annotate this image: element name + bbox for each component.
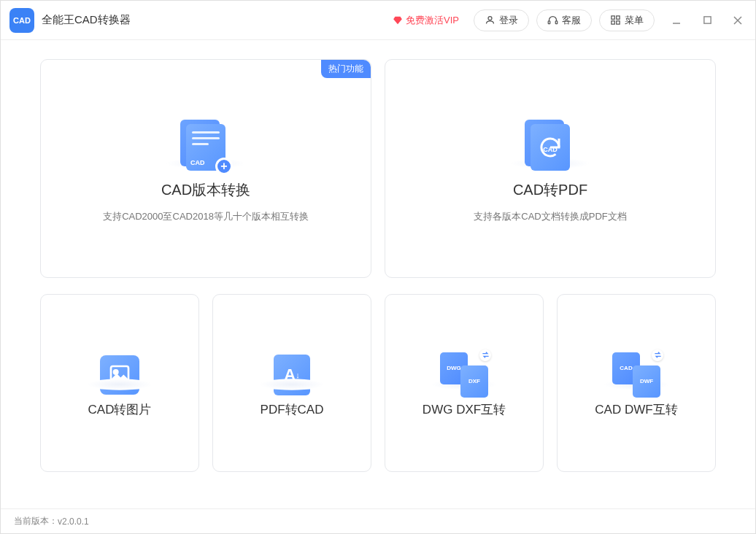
svg-rect-3: [612, 16, 614, 19]
top-row: 热门功能 CAD + CAD版本转换 支持CAD2000至CAD2018等几十个…: [40, 59, 716, 278]
close-button[interactable]: [729, 12, 747, 29]
svg-rect-2: [555, 21, 558, 24]
card-title: CAD转PDF: [513, 180, 587, 200]
diamond-icon: [393, 15, 403, 26]
app-window: CAD 全能王CAD转换器 免费激活VIP 登录 客服 菜单: [0, 0, 756, 534]
svg-point-0: [488, 17, 492, 20]
svg-rect-6: [617, 21, 620, 24]
cad-version-icon: CAD +: [169, 115, 242, 180]
support-label: 客服: [562, 14, 581, 27]
statusbar: 当前版本： v2.0.0.1: [1, 508, 755, 533]
card-title: CAD版本转换: [161, 180, 250, 200]
window-controls: [668, 12, 747, 29]
cad-dwf-icon: CAD DWF: [607, 349, 666, 401]
headset-icon: [547, 15, 558, 26]
card-title: PDF转CAD: [261, 401, 324, 418]
close-icon: [733, 15, 743, 26]
app-logo-icon: CAD: [9, 8, 34, 33]
activate-vip-link[interactable]: 免费激活VIP: [393, 14, 459, 27]
svg-rect-8: [703, 17, 710, 23]
main-content: 热门功能 CAD + CAD版本转换 支持CAD2000至CAD2018等几十个…: [1, 40, 755, 508]
login-label: 登录: [499, 14, 518, 27]
maximize-icon: [703, 15, 712, 25]
version-label: 当前版本：: [14, 515, 58, 527]
maximize-button[interactable]: [698, 12, 716, 29]
vip-label: 免费激活VIP: [406, 14, 459, 27]
user-icon: [485, 15, 495, 26]
bottom-row: CAD转图片 A↓ PDF转CAD DWG DXF D: [40, 294, 716, 472]
version-value: v2.0.0.1: [58, 516, 89, 527]
titlebar: CAD 全能王CAD转换器 免费激活VIP 登录 客服 菜单: [1, 1, 755, 40]
card-desc: 支持各版本CAD文档转换成PDF文档: [474, 210, 626, 223]
card-title: CAD转图片: [88, 401, 152, 418]
minimize-icon: [671, 15, 682, 26]
dwg-dxf-icon: DWG DXF: [435, 349, 493, 401]
card-cad-dwf-swap[interactable]: CAD DWF CAD DWF互转: [557, 294, 716, 472]
card-desc: 支持CAD2000至CAD2018等几十个版本相互转换: [103, 210, 309, 223]
cad-pdf-icon: CAD: [514, 115, 587, 180]
hot-badge: 热门功能: [321, 60, 371, 78]
login-button[interactable]: 登录: [474, 9, 529, 31]
menu-label: 菜单: [625, 14, 644, 27]
svg-rect-1: [548, 21, 550, 24]
card-cad-to-pdf[interactable]: CAD CAD转PDF 支持各版本CAD文档转换成PDF文档: [385, 59, 716, 278]
card-pdf-to-cad[interactable]: A↓ PDF转CAD: [212, 294, 371, 472]
support-button[interactable]: 客服: [536, 9, 592, 31]
menu-button[interactable]: 菜单: [599, 9, 655, 31]
card-dwg-dxf-swap[interactable]: DWG DXF DWG DXF互转: [385, 294, 544, 472]
card-title: CAD DWF互转: [595, 401, 677, 418]
card-title: DWG DXF互转: [423, 401, 506, 418]
card-cad-to-image[interactable]: CAD转图片: [40, 294, 199, 472]
minimize-button[interactable]: [668, 12, 685, 29]
pdf-cad-icon: A↓: [263, 349, 321, 401]
svg-rect-4: [617, 16, 620, 19]
card-cad-version-convert[interactable]: 热门功能 CAD + CAD版本转换 支持CAD2000至CAD2018等几十个…: [40, 59, 371, 278]
svg-rect-5: [612, 21, 614, 24]
svg-point-12: [114, 370, 117, 374]
app-title: 全能王CAD转换器: [42, 13, 131, 27]
cad-image-icon: [90, 349, 149, 401]
grid-icon: [610, 15, 621, 26]
